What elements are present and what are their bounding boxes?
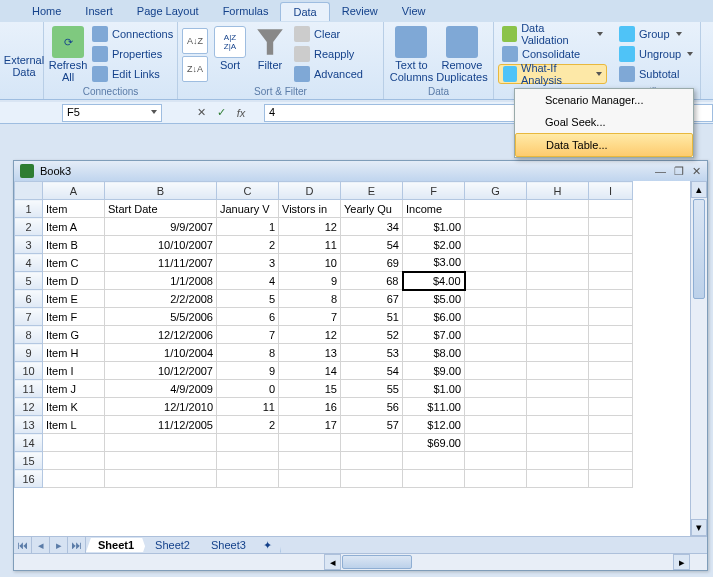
cell-H16[interactable]: [527, 470, 589, 488]
cell-E5[interactable]: 68: [341, 272, 403, 290]
cell-B16[interactable]: [105, 470, 217, 488]
clear-button[interactable]: Clear: [290, 24, 367, 44]
cell-E13[interactable]: 57: [341, 416, 403, 434]
cell-G16[interactable]: [465, 470, 527, 488]
cell-E12[interactable]: 56: [341, 398, 403, 416]
cell-E8[interactable]: 52: [341, 326, 403, 344]
tab-nav-last[interactable]: ⏭: [68, 537, 86, 553]
cell-G9[interactable]: [465, 344, 527, 362]
scenario-manager-item[interactable]: Scenario Manager...: [515, 89, 693, 111]
advanced-button[interactable]: Advanced: [290, 64, 367, 84]
cell-E2[interactable]: 34: [341, 218, 403, 236]
cell-G13[interactable]: [465, 416, 527, 434]
cell-F6[interactable]: $5.00: [403, 290, 465, 308]
cell-F4[interactable]: $3.00: [403, 254, 465, 272]
cell-A2[interactable]: Item A: [43, 218, 105, 236]
cell-D7[interactable]: 7: [279, 308, 341, 326]
cell-H5[interactable]: [527, 272, 589, 290]
cell-A15[interactable]: [43, 452, 105, 470]
goal-seek-item[interactable]: Goal Seek...: [515, 111, 693, 133]
cell-I7[interactable]: [589, 308, 633, 326]
cell-E1[interactable]: Yearly Qu: [341, 200, 403, 218]
external-data-button[interactable]: External Data: [4, 24, 44, 86]
cell-B9[interactable]: 1/10/2004: [105, 344, 217, 362]
cell-B3[interactable]: 10/10/2007: [105, 236, 217, 254]
cell-A9[interactable]: Item H: [43, 344, 105, 362]
cell-B6[interactable]: 2/2/2008: [105, 290, 217, 308]
cell-F1[interactable]: Income: [403, 200, 465, 218]
cell-C1[interactable]: January V: [217, 200, 279, 218]
cell-E14[interactable]: [341, 434, 403, 452]
tab-review[interactable]: Review: [330, 2, 390, 20]
cell-I10[interactable]: [589, 362, 633, 380]
cell-A16[interactable]: [43, 470, 105, 488]
row-header-5[interactable]: 5: [15, 272, 43, 290]
new-sheet-tab[interactable]: ✦: [255, 538, 281, 553]
tab-home[interactable]: Home: [20, 2, 73, 20]
cell-C10[interactable]: 9: [217, 362, 279, 380]
cell-H12[interactable]: [527, 398, 589, 416]
tab-view[interactable]: View: [390, 2, 438, 20]
fx-button[interactable]: fx: [232, 104, 250, 122]
cell-F13[interactable]: $12.00: [403, 416, 465, 434]
cell-C5[interactable]: 4: [217, 272, 279, 290]
row-header-10[interactable]: 10: [15, 362, 43, 380]
cell-I12[interactable]: [589, 398, 633, 416]
cell-F12[interactable]: $11.00: [403, 398, 465, 416]
cell-D13[interactable]: 17: [279, 416, 341, 434]
cell-F8[interactable]: $7.00: [403, 326, 465, 344]
cell-G11[interactable]: [465, 380, 527, 398]
cell-F10[interactable]: $9.00: [403, 362, 465, 380]
cell-B13[interactable]: 11/12/2005: [105, 416, 217, 434]
col-header-G[interactable]: G: [465, 182, 527, 200]
row-header-2[interactable]: 2: [15, 218, 43, 236]
scroll-left-button[interactable]: ◂: [324, 554, 341, 570]
cell-D10[interactable]: 14: [279, 362, 341, 380]
scroll-down-button[interactable]: ▾: [691, 519, 707, 536]
cell-A5[interactable]: Item D: [43, 272, 105, 290]
cell-F2[interactable]: $1.00: [403, 218, 465, 236]
cell-G6[interactable]: [465, 290, 527, 308]
cell-A6[interactable]: Item E: [43, 290, 105, 308]
row-header-13[interactable]: 13: [15, 416, 43, 434]
cell-E6[interactable]: 67: [341, 290, 403, 308]
cell-H4[interactable]: [527, 254, 589, 272]
cell-H1[interactable]: [527, 200, 589, 218]
cell-B7[interactable]: 5/5/2006: [105, 308, 217, 326]
text-to-columns-button[interactable]: Text to Columns: [388, 24, 435, 86]
cell-D16[interactable]: [279, 470, 341, 488]
enter-formula-button[interactable]: ✓: [212, 104, 230, 122]
cell-G12[interactable]: [465, 398, 527, 416]
cell-H7[interactable]: [527, 308, 589, 326]
cell-F3[interactable]: $2.00: [403, 236, 465, 254]
cell-I4[interactable]: [589, 254, 633, 272]
workbook-titlebar[interactable]: Book3 — ❐ ✕: [14, 161, 707, 181]
cell-B8[interactable]: 12/12/2006: [105, 326, 217, 344]
cell-C8[interactable]: 7: [217, 326, 279, 344]
cell-I15[interactable]: [589, 452, 633, 470]
cell-C15[interactable]: [217, 452, 279, 470]
vscroll-thumb[interactable]: [693, 199, 705, 299]
cell-H8[interactable]: [527, 326, 589, 344]
col-header-E[interactable]: E: [341, 182, 403, 200]
connections-button[interactable]: Connections: [88, 24, 177, 44]
cell-H9[interactable]: [527, 344, 589, 362]
col-header-A[interactable]: A: [43, 182, 105, 200]
cell-B5[interactable]: 1/1/2008: [105, 272, 217, 290]
cell-A10[interactable]: Item I: [43, 362, 105, 380]
cell-D11[interactable]: 15: [279, 380, 341, 398]
ungroup-button[interactable]: Ungroup: [615, 44, 697, 64]
scroll-right-button[interactable]: ▸: [673, 554, 690, 570]
what-if-analysis-button[interactable]: What-If Analysis: [498, 64, 607, 84]
cell-F7[interactable]: $6.00: [403, 308, 465, 326]
scroll-up-button[interactable]: ▴: [691, 181, 707, 198]
data-table-item[interactable]: Data Table...: [515, 133, 693, 157]
cell-G15[interactable]: [465, 452, 527, 470]
cell-C13[interactable]: 2: [217, 416, 279, 434]
sort-desc-button[interactable]: Z↓A: [182, 56, 208, 82]
cell-D1[interactable]: Vistors in: [279, 200, 341, 218]
tab-nav-prev[interactable]: ◂: [32, 537, 50, 553]
cell-I14[interactable]: [589, 434, 633, 452]
tab-data[interactable]: Data: [280, 2, 329, 21]
row-header-9[interactable]: 9: [15, 344, 43, 362]
